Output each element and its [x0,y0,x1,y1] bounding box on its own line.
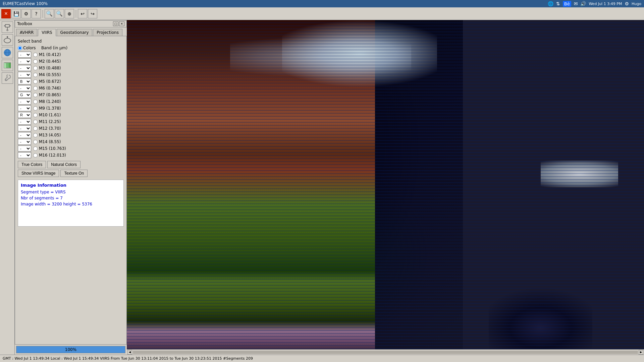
band-radio-9[interactable] [33,106,38,111]
snow-layer [541,161,618,187]
tool-dish-icon[interactable] [2,34,13,46]
natural-colors-button[interactable]: Natural Colors [47,161,80,168]
texture-on-button[interactable]: Texture On [60,170,88,177]
colors-radio[interactable] [18,46,22,50]
band-label-8: M8 (1.240) [39,99,61,104]
tool-globe-icon[interactable] [2,47,13,58]
band-radio-16[interactable] [33,153,38,158]
band-dropdown-6[interactable]: -RGB [18,85,31,91]
band-label-15: M15 (10.763) [39,146,66,151]
toolbar-close-btn[interactable]: ✕ [1,9,11,18]
toolbar-zoom-in-btn[interactable]: 🔍 [55,9,64,18]
toolbar-separator-1 [43,10,43,18]
tab-content: Select band Colors Band (in μm) -R [15,36,127,345]
band-row-6: -RGBM6 (0.746) [18,85,124,91]
colors-column-header: Colors [18,46,35,50]
band-dropdown-15[interactable]: -RGB [18,145,31,152]
band-radio-5[interactable] [33,79,38,84]
progress-area: 100% [15,345,127,355]
band-label-14: M14 (8.55) [39,139,61,144]
band-label-6: M6 (0.746) [39,86,61,90]
tab-avhrr[interactable]: AVHRR [16,29,37,36]
nbr-segments-text: Nbr of segments = 7 [21,196,121,200]
band-dropdown-13[interactable]: -RGB [18,132,31,138]
band-radio-12[interactable] [33,126,38,131]
toolbar-settings-btn[interactable]: ⚙ [21,9,31,18]
main-content: Toolbox □ ✕ AVHRR VIIRS Geostationary Pr… [0,20,644,355]
band-dropdown-12[interactable]: -RGB [18,125,31,131]
scroll-track[interactable] [133,351,638,354]
band-row-4: -RGBM4 (0.555) [18,72,124,78]
band-radio-6[interactable] [33,86,38,90]
band-row-1: -RGBM1 (0.412) [18,52,124,58]
band-label-10: M10 (1.61) [39,113,61,117]
band-radio-3[interactable] [33,66,38,70]
band-label-3: M3 (0.488) [39,66,61,70]
tab-viirs[interactable]: VIIRS [38,29,56,36]
tab-geostationary[interactable]: Geostationary [57,29,93,36]
svg-point-7 [4,38,11,43]
band-radio-7[interactable] [33,93,38,97]
tool-wrench-icon[interactable] [2,72,13,84]
svg-rect-0 [5,24,9,27]
statusbar: GMT : Wed Jul 1 13:49:34 Local : Wed Jul… [0,355,644,362]
band-dropdown-7[interactable]: -RGB [18,92,31,98]
tool-satellite-icon[interactable] [2,21,13,33]
band-row-11: -RGBM11 (2.25) [18,119,124,125]
band-dropdown-10[interactable]: -RGB [18,112,31,118]
band-dropdown-11[interactable]: -RGB [18,119,31,125]
band-dropdown-14[interactable]: -RGB [18,139,31,145]
band-dropdown-3[interactable]: -RGB [18,65,31,71]
band-dropdown-1[interactable]: -RGB [18,52,31,58]
band-radio-1[interactable] [33,53,38,57]
scroll-left-btn[interactable]: ◀ [127,350,132,355]
band-radio-2[interactable] [33,59,38,64]
tab-projections[interactable]: Projections [93,29,122,36]
band-radio-4[interactable] [33,73,38,77]
toolbar-zoom-out-btn[interactable]: 🔍 [45,9,54,18]
system-icon-chrome: 🌐 [548,1,553,6]
band-row-7: -RGBM7 (0.865) [18,92,124,98]
svg-marker-15 [6,63,9,68]
titlebar-datetime: Wed Jul 1 3:49 PM [589,2,622,6]
toolbar-undo-btn[interactable]: ↩ [78,9,87,18]
band-dropdown-16[interactable]: -RGB [18,152,31,158]
toolbar-fit-btn[interactable]: ⊕ [65,9,74,18]
band-radio-14[interactable] [33,140,38,144]
band-dropdown-9[interactable]: -RGB [18,105,31,111]
titlebar-title: EUMETCastView 100% [3,1,48,6]
tool-map-icon[interactable] [2,60,13,71]
system-icon-transfer: ⇅ [556,1,560,6]
band-radio-13[interactable] [33,133,38,137]
image-area[interactable]: ◀ ▶ [127,20,644,355]
save-icon: 💾 [13,11,19,16]
band-radio-10[interactable] [33,113,38,117]
toolbox-restore-btn[interactable]: □ [113,21,118,26]
titlebar-right: 🌐 ⇅ Bē ✉ 🔊 Wed Jul 1 3:49 PM ⚙ Hugo [548,1,641,7]
horizontal-scrollbar[interactable]: ◀ ▶ [127,349,644,355]
fit-icon: ⊕ [67,11,71,16]
band-radio-15[interactable] [33,146,38,151]
segment-type-text: Segment type = VIIRS [21,190,121,194]
gear-icon: ⚙ [24,11,29,16]
band-dropdown-8[interactable]: -RGB [18,99,31,105]
toolbar-redo-btn[interactable]: ↪ [88,9,97,18]
band-row-15: -RGBM15 (10.763) [18,145,124,152]
scroll-right-btn[interactable]: ▶ [639,350,643,355]
toolbar-help-btn[interactable]: ? [32,9,41,18]
band-action-buttons: True Colors Natural Colors [18,161,124,168]
map-canvas [127,20,644,355]
band-radio-11[interactable] [33,120,38,124]
show-viirs-button[interactable]: Show VIIRS Image [18,170,59,177]
band-dropdown-5[interactable]: -RGB [18,78,31,84]
system-icon-mail: ✉ [574,1,578,6]
toolbar-save-btn[interactable]: 💾 [11,9,21,18]
band-label-5: M5 (0.672) [39,79,61,84]
band-radio-8[interactable] [33,100,38,104]
toolbox-close-btn[interactable]: ✕ [119,21,124,26]
tabs: AVHRR VIIRS Geostationary Projections [15,27,127,36]
true-colors-button[interactable]: True Colors [18,161,46,168]
band-dropdown-4[interactable]: -RGB [18,72,31,78]
toolbar-separator-2 [76,10,76,18]
band-dropdown-2[interactable]: -RGB [18,58,31,64]
